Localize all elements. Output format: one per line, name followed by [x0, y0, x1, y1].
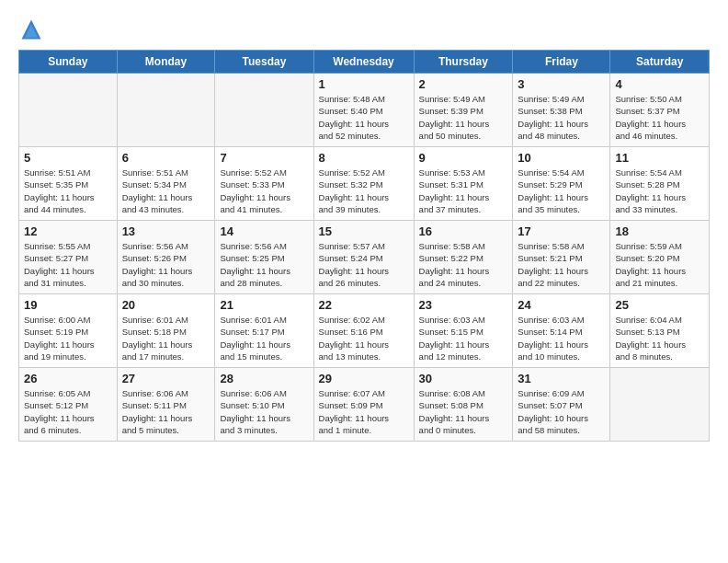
- day-info: Sunrise: 6:06 AMSunset: 5:10 PMDaylight:…: [220, 387, 308, 436]
- day-number: 13: [122, 224, 210, 238]
- calendar-cell: 28Sunrise: 6:06 AMSunset: 5:10 PMDayligh…: [215, 368, 313, 442]
- calendar-cell: 9Sunrise: 5:53 AMSunset: 5:31 PMDaylight…: [414, 147, 513, 221]
- day-info: Sunrise: 6:02 AMSunset: 5:16 PMDaylight:…: [319, 314, 409, 362]
- calendar-cell: 16Sunrise: 5:58 AMSunset: 5:22 PMDayligh…: [414, 221, 513, 294]
- week-row-5: 26Sunrise: 6:05 AMSunset: 5:12 PMDayligh…: [19, 368, 710, 442]
- page: SundayMondayTuesdayWednesdayThursdayFrid…: [0, 0, 728, 563]
- calendar-cell: 15Sunrise: 5:57 AMSunset: 5:24 PMDayligh…: [313, 221, 414, 294]
- day-info: Sunrise: 5:49 AMSunset: 5:38 PMDaylight:…: [518, 93, 605, 142]
- week-row-1: 1Sunrise: 5:48 AMSunset: 5:40 PMDaylight…: [19, 74, 710, 147]
- logo: [18, 17, 48, 42]
- header: [18, 17, 710, 42]
- day-info: Sunrise: 6:09 AMSunset: 5:07 PMDaylight:…: [518, 387, 605, 436]
- day-number: 7: [220, 151, 308, 165]
- day-info: Sunrise: 6:03 AMSunset: 5:15 PMDaylight:…: [419, 314, 508, 362]
- day-info: Sunrise: 6:03 AMSunset: 5:14 PMDaylight:…: [518, 314, 605, 362]
- weekday-header-monday: Monday: [117, 51, 215, 74]
- week-row-2: 5Sunrise: 5:51 AMSunset: 5:35 PMDaylight…: [19, 147, 710, 221]
- calendar-cell: 12Sunrise: 5:55 AMSunset: 5:27 PMDayligh…: [19, 221, 118, 294]
- day-info: Sunrise: 6:08 AMSunset: 5:08 PMDaylight:…: [419, 387, 508, 436]
- day-number: 8: [319, 151, 409, 165]
- day-number: 17: [518, 224, 605, 238]
- calendar-cell: 7Sunrise: 5:52 AMSunset: 5:33 PMDaylight…: [215, 147, 313, 221]
- weekday-header-saturday: Saturday: [610, 51, 710, 74]
- day-number: 26: [24, 372, 112, 385]
- calendar-cell: 21Sunrise: 6:01 AMSunset: 5:17 PMDayligh…: [215, 294, 313, 368]
- day-info: Sunrise: 5:51 AMSunset: 5:34 PMDaylight:…: [122, 167, 210, 215]
- day-number: 11: [615, 151, 704, 165]
- weekday-header-wednesday: Wednesday: [313, 51, 414, 74]
- calendar-cell: [19, 74, 118, 147]
- calendar-cell: 24Sunrise: 6:03 AMSunset: 5:14 PMDayligh…: [513, 294, 610, 368]
- weekday-header-thursday: Thursday: [414, 51, 513, 74]
- calendar-cell: 14Sunrise: 5:56 AMSunset: 5:25 PMDayligh…: [215, 221, 313, 294]
- calendar-cell: 29Sunrise: 6:07 AMSunset: 5:09 PMDayligh…: [313, 368, 414, 442]
- day-info: Sunrise: 6:01 AMSunset: 5:18 PMDaylight:…: [122, 314, 210, 362]
- calendar-cell: 2Sunrise: 5:49 AMSunset: 5:39 PMDaylight…: [414, 74, 513, 147]
- calendar-cell: [610, 368, 710, 442]
- calendar-body: 1Sunrise: 5:48 AMSunset: 5:40 PMDaylight…: [19, 74, 710, 442]
- calendar-cell: 8Sunrise: 5:52 AMSunset: 5:32 PMDaylight…: [313, 147, 414, 221]
- weekday-header-friday: Friday: [513, 51, 610, 74]
- week-row-3: 12Sunrise: 5:55 AMSunset: 5:27 PMDayligh…: [19, 221, 710, 294]
- day-info: Sunrise: 5:58 AMSunset: 5:21 PMDaylight:…: [518, 240, 605, 289]
- calendar-cell: 22Sunrise: 6:02 AMSunset: 5:16 PMDayligh…: [313, 294, 414, 368]
- calendar-cell: 27Sunrise: 6:06 AMSunset: 5:11 PMDayligh…: [117, 368, 215, 442]
- calendar-cell: 23Sunrise: 6:03 AMSunset: 5:15 PMDayligh…: [414, 294, 513, 368]
- day-number: 22: [319, 298, 409, 312]
- calendar-table: SundayMondayTuesdayWednesdayThursdayFrid…: [18, 50, 710, 442]
- calendar-cell: 26Sunrise: 6:05 AMSunset: 5:12 PMDayligh…: [19, 368, 118, 442]
- week-row-4: 19Sunrise: 6:00 AMSunset: 5:19 PMDayligh…: [19, 294, 710, 368]
- weekday-header-sunday: Sunday: [19, 51, 118, 74]
- day-info: Sunrise: 5:58 AMSunset: 5:22 PMDaylight:…: [419, 240, 508, 289]
- day-info: Sunrise: 5:48 AMSunset: 5:40 PMDaylight:…: [319, 93, 409, 142]
- calendar-cell: [117, 74, 215, 147]
- day-number: 15: [319, 224, 409, 238]
- calendar-cell: 13Sunrise: 5:56 AMSunset: 5:26 PMDayligh…: [117, 221, 215, 294]
- calendar-cell: [215, 74, 313, 147]
- day-number: 6: [122, 151, 210, 165]
- day-info: Sunrise: 6:00 AMSunset: 5:19 PMDaylight:…: [24, 314, 112, 362]
- calendar-cell: 30Sunrise: 6:08 AMSunset: 5:08 PMDayligh…: [414, 368, 513, 442]
- day-number: 29: [319, 372, 409, 385]
- calendar-cell: 10Sunrise: 5:54 AMSunset: 5:29 PMDayligh…: [513, 147, 610, 221]
- calendar-cell: 6Sunrise: 5:51 AMSunset: 5:34 PMDaylight…: [117, 147, 215, 221]
- day-number: 20: [122, 298, 210, 312]
- day-number: 4: [615, 77, 704, 91]
- day-number: 12: [24, 224, 112, 238]
- day-number: 31: [518, 372, 605, 385]
- day-info: Sunrise: 5:54 AMSunset: 5:29 PMDaylight:…: [518, 167, 605, 215]
- calendar-cell: 17Sunrise: 5:58 AMSunset: 5:21 PMDayligh…: [513, 221, 610, 294]
- day-number: 18: [615, 224, 704, 238]
- day-number: 28: [220, 372, 308, 385]
- calendar-cell: 5Sunrise: 5:51 AMSunset: 5:35 PMDaylight…: [19, 147, 118, 221]
- day-info: Sunrise: 6:05 AMSunset: 5:12 PMDaylight:…: [24, 387, 112, 436]
- day-number: 23: [419, 298, 508, 312]
- day-info: Sunrise: 6:07 AMSunset: 5:09 PMDaylight:…: [319, 387, 409, 436]
- day-number: 2: [419, 77, 508, 91]
- calendar-cell: 3Sunrise: 5:49 AMSunset: 5:38 PMDaylight…: [513, 74, 610, 147]
- day-info: Sunrise: 6:06 AMSunset: 5:11 PMDaylight:…: [122, 387, 210, 436]
- day-info: Sunrise: 5:49 AMSunset: 5:39 PMDaylight:…: [419, 93, 508, 142]
- day-info: Sunrise: 5:53 AMSunset: 5:31 PMDaylight:…: [419, 167, 508, 215]
- calendar-header: SundayMondayTuesdayWednesdayThursdayFrid…: [19, 51, 710, 74]
- day-info: Sunrise: 5:52 AMSunset: 5:32 PMDaylight:…: [319, 167, 409, 215]
- day-info: Sunrise: 5:54 AMSunset: 5:28 PMDaylight:…: [615, 167, 704, 215]
- calendar-cell: 1Sunrise: 5:48 AMSunset: 5:40 PMDaylight…: [313, 74, 414, 147]
- calendar-cell: 25Sunrise: 6:04 AMSunset: 5:13 PMDayligh…: [610, 294, 710, 368]
- day-info: Sunrise: 5:50 AMSunset: 5:37 PMDaylight:…: [615, 93, 704, 142]
- day-info: Sunrise: 5:59 AMSunset: 5:20 PMDaylight:…: [615, 240, 704, 289]
- day-number: 10: [518, 151, 605, 165]
- day-number: 1: [319, 77, 409, 91]
- day-info: Sunrise: 6:01 AMSunset: 5:17 PMDaylight:…: [220, 314, 308, 362]
- day-number: 30: [419, 372, 508, 385]
- day-number: 5: [24, 151, 112, 165]
- calendar-cell: 18Sunrise: 5:59 AMSunset: 5:20 PMDayligh…: [610, 221, 710, 294]
- day-info: Sunrise: 5:57 AMSunset: 5:24 PMDaylight:…: [319, 240, 409, 289]
- weekday-header-row: SundayMondayTuesdayWednesdayThursdayFrid…: [19, 51, 710, 74]
- day-number: 25: [615, 298, 704, 312]
- day-info: Sunrise: 5:56 AMSunset: 5:26 PMDaylight:…: [122, 240, 210, 289]
- calendar-cell: 20Sunrise: 6:01 AMSunset: 5:18 PMDayligh…: [117, 294, 215, 368]
- day-number: 19: [24, 298, 112, 312]
- day-number: 3: [518, 77, 605, 91]
